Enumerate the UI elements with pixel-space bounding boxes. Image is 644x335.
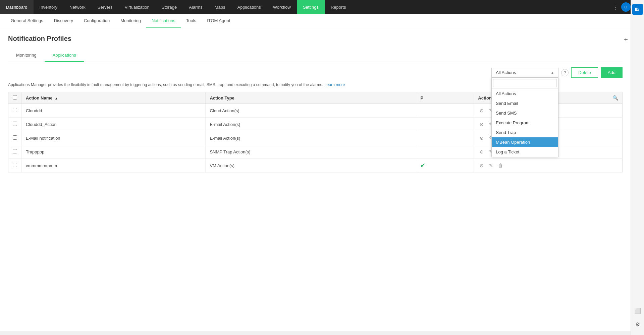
row-checkbox-cell: [8, 159, 22, 173]
nav-item-workflow[interactable]: Workflow: [267, 0, 297, 14]
right-sidebar: O ⬜ ⚙: [631, 0, 644, 179]
header-p: P: [416, 92, 474, 104]
disable-icon[interactable]: ⊘: [478, 121, 485, 128]
table-search-icon[interactable]: 🔍: [612, 95, 618, 100]
nav-item-virtualization[interactable]: Virtualization: [119, 0, 156, 14]
row-p: [416, 118, 474, 131]
row-checkbox[interactable]: [13, 108, 17, 112]
outlook-icon[interactable]: O: [632, 4, 643, 15]
nav-item-alarms[interactable]: Alarms: [183, 0, 208, 14]
row-checkbox[interactable]: [13, 149, 17, 153]
add-plus-button[interactable]: +: [621, 35, 631, 44]
table-row: vmmmmmmmm VM Action(s) ✔ ⊘ ✎ 🗑: [8, 159, 623, 173]
dropdown-trigger[interactable]: All Actions ▲: [491, 68, 558, 77]
tab-applications[interactable]: Applications: [45, 49, 84, 62]
sub-nav-item-tools[interactable]: Tools: [181, 14, 202, 28]
dropdown-option-send-trap[interactable]: Send Trap: [492, 128, 558, 137]
top-nav: DashboardInventoryNetworkServersVirtuali…: [0, 0, 644, 14]
tab-monitoring[interactable]: Monitoring: [8, 49, 45, 62]
nav-item-network[interactable]: Network: [63, 0, 92, 14]
learn-more-link[interactable]: Learn more: [324, 82, 345, 87]
sort-icon: ▲: [55, 96, 58, 100]
row-p: [416, 145, 474, 159]
nav-item-storage[interactable]: Storage: [156, 0, 183, 14]
header-action-name: Action Name ▲: [22, 92, 206, 104]
row-action-name: Trappppp: [22, 145, 206, 159]
help-icon[interactable]: ?: [561, 69, 569, 76]
dropdown-selected-value: All Actions: [496, 70, 516, 75]
nav-item-maps[interactable]: Maps: [209, 0, 231, 14]
nav-item-settings[interactable]: Settings: [297, 0, 325, 14]
dropdown-option-send-email[interactable]: Send Email: [492, 98, 558, 108]
row-checkbox-cell: [8, 104, 22, 118]
nav-item-applications[interactable]: Applications: [231, 0, 267, 14]
action-filter-dropdown[interactable]: All Actions ▲ All ActionsSend EmailSend …: [491, 68, 558, 77]
outlook-nav-icon[interactable]: O: [621, 2, 631, 12]
svg-text:O: O: [637, 8, 639, 10]
dropdown-search-container: [492, 78, 558, 89]
page-title: Notification Profiles: [8, 35, 623, 43]
page-content: + Notification Profiles MonitoringApplic…: [0, 28, 631, 179]
edit-icon[interactable]: ✎: [487, 162, 495, 169]
header-checkbox-cell: [8, 92, 22, 104]
add-button[interactable]: Add: [601, 67, 623, 78]
sub-nav-item-configuration[interactable]: Configuration: [78, 14, 115, 28]
dropdown-option-send-sms[interactable]: Send SMS: [492, 108, 558, 118]
row-action-name: Clouddd_Action: [22, 118, 206, 131]
row-action-type: VM Action(s): [206, 159, 416, 173]
sub-nav-item-notifications[interactable]: Notifications: [146, 14, 181, 28]
disable-icon[interactable]: ⊘: [478, 162, 485, 169]
nav-item-dashboard[interactable]: Dashboard: [0, 0, 34, 14]
dropdown-option-execute-program[interactable]: Execute Program: [492, 118, 558, 128]
nav-item-inventory[interactable]: Inventory: [34, 0, 63, 14]
check-icon: ✔: [420, 162, 425, 169]
row-checkbox-cell: [8, 131, 22, 145]
row-action-name: Clouddd: [22, 104, 206, 118]
select-all-checkbox[interactable]: [13, 95, 17, 99]
sub-nav-item-general-settings[interactable]: General Settings: [5, 14, 49, 28]
row-action-type: E-mail Action(s): [206, 131, 416, 145]
sub-nav-item-itom-agent[interactable]: ITOM Agent: [202, 14, 235, 28]
disable-icon[interactable]: ⊘: [478, 148, 485, 155]
dropdown-option-all-actions[interactable]: All Actions: [492, 89, 558, 98]
sub-nav-item-discovery[interactable]: Discovery: [49, 14, 78, 28]
sub-nav-item-monitoring[interactable]: Monitoring: [115, 14, 146, 28]
row-action-name: vmmmmmmmm: [22, 159, 206, 173]
row-checkbox-cell: [8, 118, 22, 131]
dropdown-option-mbean-operation[interactable]: MBean Operation: [492, 137, 558, 147]
nav-item-reports[interactable]: Reports: [325, 0, 352, 14]
dropdown-arrow-icon: ▲: [550, 71, 554, 75]
row-actions-cell: ⊘ ✎ 🗑: [474, 159, 623, 173]
row-p: [416, 131, 474, 145]
dropdown-search-input[interactable]: [493, 79, 557, 87]
row-action-type: E-mail Action(s): [206, 118, 416, 131]
sub-nav: General SettingsDiscoveryConfigurationMo…: [0, 14, 644, 28]
tabs-row: MonitoringApplications: [8, 49, 623, 62]
more-options-icon[interactable]: ⋮: [609, 3, 621, 11]
row-checkbox-cell: [8, 145, 22, 159]
row-checkbox[interactable]: [13, 135, 17, 140]
delete-row-icon[interactable]: 🗑: [497, 162, 504, 169]
disable-icon[interactable]: ⊘: [478, 134, 485, 142]
row-checkbox[interactable]: [13, 163, 17, 167]
row-action-type: SNMP Trap Action(s): [206, 145, 416, 159]
disable-icon[interactable]: ⊘: [478, 107, 485, 114]
header-action-type: Action Type: [206, 92, 416, 104]
row-action-type: Cloud Action(s): [206, 104, 416, 118]
delete-button[interactable]: Delete: [571, 67, 598, 78]
nav-item-servers[interactable]: Servers: [92, 0, 119, 14]
dropdown-option-log-a-ticket[interactable]: Log a Ticket: [492, 147, 558, 157]
row-p: [416, 104, 474, 118]
toolbar-row: All Actions ▲ All ActionsSend EmailSend …: [8, 62, 623, 82]
dropdown-menu: All ActionsSend EmailSend SMSExecute Pro…: [491, 77, 558, 157]
row-p: ✔: [416, 159, 474, 173]
row-action-name: E-Mail notification: [22, 131, 206, 145]
row-checkbox[interactable]: [13, 122, 17, 126]
